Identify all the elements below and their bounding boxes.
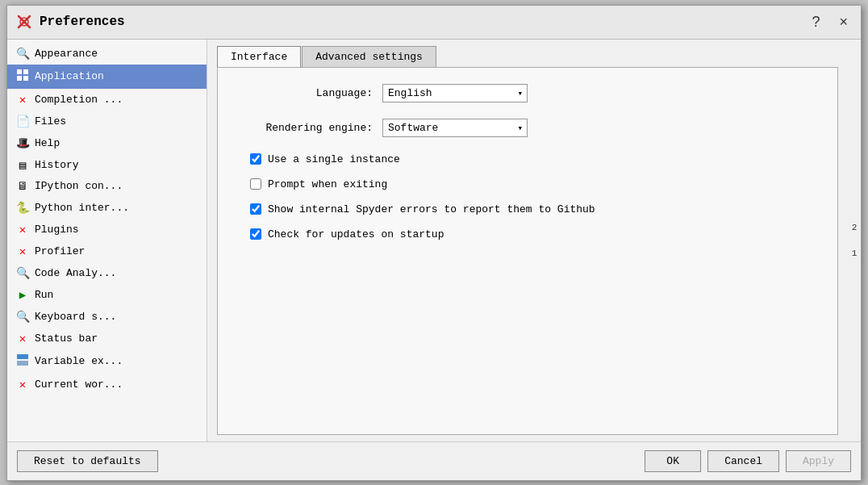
right-scrollbar-area: InterfaceAdvanced settings Language: Eng… — [207, 40, 861, 441]
variable-icon — [15, 353, 30, 370]
tabs-bar: InterfaceAdvanced settings — [207, 40, 848, 67]
files-icon: 📄 — [15, 115, 30, 128]
sidebar-item-statusbar[interactable]: ✕Status bar — [7, 328, 207, 349]
ok-button[interactable]: OK — [645, 450, 701, 472]
codeanalysis-icon: 🔍 — [15, 266, 30, 280]
side-number-1: 1 — [852, 249, 858, 258]
checkbox-label-show_errors: Show internal Spyder errors to report th… — [268, 203, 595, 215]
checkboxes-container: Use a single instancePrompt when exiting… — [237, 153, 818, 240]
sidebar-item-plugins[interactable]: ✕Plugins — [7, 219, 207, 240]
dialog-title: Preferences — [40, 15, 125, 29]
right-panel: InterfaceAdvanced settings Language: Eng… — [207, 40, 848, 441]
sidebar-item-profiler[interactable]: ✕Profiler — [7, 240, 207, 262]
language-row: Language: EnglishSpanishFrenchGermanChin… — [237, 84, 818, 102]
svg-rect-5 — [17, 76, 22, 81]
language-select[interactable]: EnglishSpanishFrenchGermanChinese — [382, 84, 528, 102]
checkbox-show_errors[interactable] — [250, 203, 261, 215]
tab-interface[interactable]: Interface — [217, 46, 301, 67]
application-label: Application — [35, 70, 104, 82]
svg-rect-4 — [23, 69, 28, 74]
rendering-select[interactable]: SoftwareOpenGLAutomatic — [382, 119, 528, 137]
python-icon: 🐍 — [15, 201, 30, 215]
title-bar-left: Preferences — [15, 13, 125, 31]
checkbox-row-show_errors: Show internal Spyder errors to report th… — [237, 203, 818, 215]
cancel-button[interactable]: Cancel — [707, 450, 779, 472]
appearance-label: Appearance — [35, 48, 98, 60]
svg-rect-3 — [17, 69, 22, 74]
profiler-icon: ✕ — [15, 245, 30, 258]
statusbar-icon: ✕ — [15, 332, 30, 345]
sidebar-item-currentwor[interactable]: ✕Current wor... — [7, 374, 207, 395]
side-numbers: 2 1 — [848, 40, 861, 441]
tab-advanced[interactable]: Advanced settings — [302, 46, 436, 67]
footer: Reset to defaults OK Cancel Apply — [7, 441, 861, 480]
plugins-icon: ✕ — [15, 223, 30, 236]
sidebar-item-files[interactable]: 📄Files — [7, 111, 207, 132]
help-button[interactable]: ? — [807, 13, 824, 31]
side-number-2: 2 — [852, 223, 858, 232]
statusbar-label: Status bar — [35, 332, 98, 345]
completion-label: Completion ... — [35, 94, 123, 106]
checkbox-row-prompt_exit: Prompt when exiting — [237, 178, 818, 190]
rendering-label: Rendering engine: — [237, 122, 382, 134]
main-content: 🔍AppearanceApplication✕Completion ...📄Fi… — [7, 40, 861, 441]
files-label: Files — [35, 115, 66, 128]
svg-rect-7 — [17, 354, 28, 359]
profiler-label: Profiler — [35, 245, 85, 257]
checkbox-single_instance[interactable] — [250, 153, 261, 165]
history-label: History — [35, 159, 79, 171]
run-label: Run — [35, 289, 53, 301]
keyboard-icon: 🔍 — [15, 310, 30, 324]
footer-left: Reset to defaults — [17, 450, 158, 472]
sidebar-item-run[interactable]: ▶Run — [7, 284, 207, 306]
completion-icon: ✕ — [15, 93, 30, 107]
checkbox-label-single_instance: Use a single instance — [268, 153, 400, 165]
checkbox-row-single_instance: Use a single instance — [237, 153, 818, 165]
plugins-label: Plugins — [35, 224, 79, 236]
language-select-wrapper: EnglishSpanishFrenchGermanChinese — [382, 84, 528, 102]
close-button[interactable]: × — [834, 13, 853, 31]
checkbox-row-check_updates: Check for updates on startup — [237, 228, 818, 240]
title-bar-right: ? × — [807, 13, 853, 31]
apply-button[interactable]: Apply — [786, 450, 851, 472]
sidebar-item-ipython[interactable]: 🖥IPython con... — [7, 176, 207, 197]
rendering-select-wrapper: SoftwareOpenGLAutomatic — [382, 119, 528, 137]
appearance-icon: 🔍 — [15, 47, 30, 61]
sidebar: 🔍AppearanceApplication✕Completion ...📄Fi… — [7, 40, 207, 441]
python-label: Python inter... — [35, 202, 129, 214]
sidebar-item-appearance[interactable]: 🔍Appearance — [7, 43, 207, 65]
sidebar-item-help[interactable]: 🎩Help — [7, 132, 207, 154]
svg-rect-8 — [17, 361, 28, 366]
rendering-row: Rendering engine: SoftwareOpenGLAutomati… — [237, 119, 818, 137]
run-icon: ▶ — [15, 288, 30, 302]
application-icon — [15, 69, 30, 85]
codeanalysis-label: Code Analy... — [35, 267, 116, 279]
preferences-dialog: Preferences ? × 🔍AppearanceApplication✕C… — [6, 5, 862, 481]
help-icon: 🎩 — [15, 136, 30, 150]
sidebar-item-variable[interactable]: Variable ex... — [7, 349, 207, 374]
title-bar: Preferences ? × — [7, 6, 861, 40]
sidebar-item-codeanalysis[interactable]: 🔍Code Analy... — [7, 262, 207, 284]
sidebar-item-application[interactable]: Application — [7, 65, 207, 89]
variable-label: Variable ex... — [35, 355, 123, 367]
ipython-icon: 🖥 — [15, 180, 30, 193]
preferences-icon — [15, 13, 33, 31]
svg-rect-6 — [23, 76, 28, 81]
history-icon: ▤ — [15, 158, 30, 172]
currentwor-label: Current wor... — [35, 378, 123, 391]
sidebar-item-completion[interactable]: ✕Completion ... — [7, 89, 207, 111]
sidebar-item-history[interactable]: ▤History — [7, 154, 207, 176]
checkbox-check_updates[interactable] — [250, 228, 261, 240]
reset-button[interactable]: Reset to defaults — [17, 450, 158, 472]
footer-right: OK Cancel Apply — [645, 450, 851, 472]
keyboard-label: Keyboard s... — [35, 311, 116, 323]
currentwor-icon: ✕ — [15, 378, 30, 391]
content-area: Language: EnglishSpanishFrenchGermanChin… — [217, 67, 838, 435]
sidebar-item-keyboard[interactable]: 🔍Keyboard s... — [7, 306, 207, 328]
checkbox-label-prompt_exit: Prompt when exiting — [268, 178, 387, 190]
language-label: Language: — [237, 87, 382, 99]
checkbox-prompt_exit[interactable] — [250, 178, 261, 190]
sidebar-item-python[interactable]: 🐍Python inter... — [7, 197, 207, 219]
ipython-label: IPython con... — [35, 180, 123, 192]
checkbox-label-check_updates: Check for updates on startup — [268, 228, 444, 240]
